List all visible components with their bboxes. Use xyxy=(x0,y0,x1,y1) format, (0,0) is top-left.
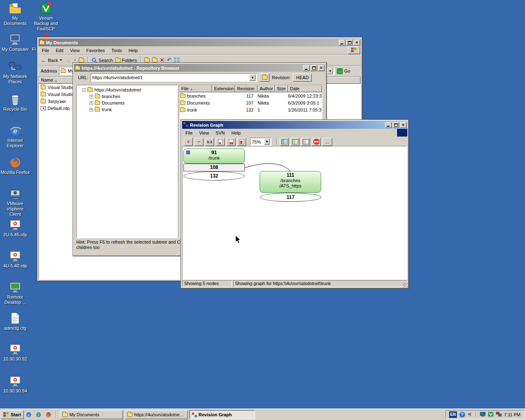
expand-icon[interactable]: + xyxy=(89,101,93,105)
menu-help[interactable]: Help xyxy=(125,47,141,54)
graph-node-111[interactable]: 111 /branches /ATS_https xyxy=(260,171,321,193)
desktop-icon-4u-rdp[interactable]: 4U-5.40.rdp xyxy=(0,249,30,269)
table-row[interactable]: trunk 132 1 1/26/2011 7:05:3 xyxy=(179,106,322,113)
desktop-icon-admcfg[interactable]: admcfg.cfg xyxy=(0,312,30,331)
maximize-button[interactable] xyxy=(393,122,399,128)
zoom-in-button[interactable]: + xyxy=(184,138,193,146)
url-dropdown-button[interactable]: ▼ xyxy=(249,74,256,81)
desktop-icon-10-90-90-94[interactable]: 10.90.90.94 xyxy=(0,374,30,394)
taskbar-task-revision-graph[interactable]: Revision Graph xyxy=(189,410,255,419)
compare-heads-button[interactable] xyxy=(290,138,299,146)
fit-page-button[interactable] xyxy=(216,138,225,146)
column-header-author[interactable]: Author xyxy=(258,85,275,92)
desktop-icon-my-documents[interactable]: My Documents xyxy=(0,2,30,26)
menu-favorites[interactable]: Favorites xyxy=(83,47,108,54)
desktop-icon-my-network-places[interactable]: My Network Places xyxy=(0,60,30,84)
menu-edit[interactable]: Edit xyxy=(52,47,67,54)
desktop-icon-internet-explorer[interactable]: e Internet Explorer xyxy=(0,124,30,148)
expand-icon[interactable]: + xyxy=(89,108,93,112)
vmware-tray-icon[interactable] xyxy=(488,412,493,418)
menu-file[interactable]: File xyxy=(182,129,196,137)
menu-view[interactable]: View xyxy=(67,47,83,54)
column-header-size[interactable]: Size xyxy=(275,85,288,92)
column-header-revision[interactable]: Revision xyxy=(235,85,258,92)
help-tray-icon[interactable]: ? xyxy=(459,412,465,418)
desktop-icon-my-computer[interactable]: My Computer xyxy=(0,33,30,52)
back-button[interactable]: ←Back▼ xyxy=(41,57,62,64)
tree-item-trunk[interactable]: + trunk xyxy=(77,106,177,113)
graph-node-91[interactable]: 91 /trunk xyxy=(183,148,245,164)
folders-button[interactable]: Folders xyxy=(115,58,137,63)
column-header-date[interactable]: Date xyxy=(288,85,322,92)
revision-graph-canvas[interactable]: 91 /trunk 108 132 111 /branches /ATS_htt… xyxy=(182,146,407,280)
tree-root[interactable]: − https://4u/svn/atsdotnet xyxy=(77,87,177,93)
maximize-button[interactable] xyxy=(310,65,317,71)
zoom-out-button[interactable]: − xyxy=(194,138,203,146)
network-tray-icon[interactable] xyxy=(496,412,502,418)
quicklaunch-globe-icon[interactable] xyxy=(35,411,42,419)
go-button[interactable]: → Go xyxy=(337,68,350,74)
tree-item-documents[interactable]: + Documents xyxy=(77,100,177,106)
resize-grip[interactable] xyxy=(403,283,408,288)
table-row[interactable]: Documents 107 Nikita 6/3/2009 3:05:1 xyxy=(179,99,322,106)
compare-revisions-button[interactable] xyxy=(280,138,289,146)
revision-head-button[interactable]: HEAD xyxy=(293,73,312,82)
fit-height-button[interactable] xyxy=(237,138,246,146)
graph-node-108[interactable]: 108 xyxy=(183,164,245,171)
minimize-button[interactable] xyxy=(385,122,392,128)
unified-diff-button[interactable] xyxy=(301,138,310,146)
menu-tools[interactable]: Tools xyxy=(108,47,126,54)
address-dropdown-button[interactable]: ▼ xyxy=(327,68,333,74)
actual-size-button[interactable]: 1:1 xyxy=(205,138,214,146)
repo-browser-titlebar[interactable]: https://4u/svn/atsdotnet - Repository Br… xyxy=(74,64,325,72)
forward-button[interactable]: → xyxy=(65,57,71,64)
desktop-icon-recycle-bin[interactable]: Recycle Bin xyxy=(0,93,30,112)
fit-width-button[interactable] xyxy=(226,138,235,146)
close-button[interactable]: × xyxy=(354,40,360,46)
expand-icon[interactable]: + xyxy=(89,95,93,98)
start-button[interactable]: Start xyxy=(1,410,24,419)
close-button[interactable]: × xyxy=(318,65,324,71)
column-header-file[interactable]: File ▲ xyxy=(179,85,212,92)
revision-graph-titlebar[interactable]: Revision Graph × xyxy=(182,121,407,129)
close-button[interactable]: × xyxy=(400,122,406,128)
back-label: Back xyxy=(48,58,58,63)
taskbar-task-repo-browser[interactable]: https://4u/svn/atsdotne... xyxy=(125,410,188,419)
desktop-icon-mozilla-firefox[interactable]: Mozilla Firefox xyxy=(0,156,30,175)
tree-item-branches[interactable]: + branches xyxy=(77,93,177,100)
taskbar-clock[interactable]: 7:11 PM xyxy=(504,412,520,417)
move-to-icon[interactable] xyxy=(144,58,150,62)
up-icon[interactable] xyxy=(79,58,84,62)
menu-view[interactable]: View xyxy=(196,129,212,137)
menu-help[interactable]: Help xyxy=(228,129,244,137)
url-combo[interactable]: https://4u/svn/atsdotnet/1 ▼ xyxy=(91,73,257,82)
language-indicator[interactable]: EN xyxy=(449,411,457,418)
zoom-dropdown-button[interactable]: ▼ xyxy=(264,139,270,145)
desktop-icon-veeam[interactable]: Veeam Backup and FastSCP xyxy=(31,2,61,32)
desktop-icon-remote-desktop[interactable]: Remote Desktop ... xyxy=(0,281,30,305)
table-row[interactable]: branches 117 Nikita 6/4/2009 12:23:3 xyxy=(179,92,322,99)
taskbar-task-my-documents[interactable]: My Documents xyxy=(60,410,123,419)
menu-file[interactable]: File xyxy=(39,47,52,54)
graph-node-132[interactable]: 132 xyxy=(184,171,244,180)
graph-node-117[interactable]: 117 xyxy=(260,193,321,202)
zoom-combo[interactable]: 75% ▼ xyxy=(250,138,272,146)
quicklaunch-firefox-icon[interactable] xyxy=(45,411,52,419)
my-documents-titlebar[interactable]: My Documents × xyxy=(39,39,361,46)
desktop-icon-vmware-vsphere[interactable]: VMware vSphere Client xyxy=(0,187,30,217)
desktop-icon-2u-rdp[interactable]: 2U-5.45.rdp xyxy=(0,218,30,237)
copy-to-icon[interactable] xyxy=(152,58,158,62)
minimize-button[interactable] xyxy=(303,65,310,71)
minimize-button[interactable] xyxy=(339,40,345,46)
menu-svn[interactable]: SVN xyxy=(212,129,228,137)
filter-button[interactable] xyxy=(312,138,321,146)
display-tray-icon[interactable] xyxy=(480,412,486,418)
maximize-button[interactable] xyxy=(346,40,353,46)
column-header-extension[interactable]: Extension xyxy=(212,85,235,92)
volume-tray-icon[interactable] xyxy=(468,412,472,418)
toolbar-overflow-button[interactable]: ... xyxy=(322,138,332,146)
collapse-icon[interactable]: − xyxy=(82,88,86,92)
desktop-icon-10-90-90-92[interactable]: 10.90.90.92 xyxy=(0,342,30,362)
browse-button[interactable] xyxy=(260,73,269,82)
quicklaunch-ie-icon[interactable]: e xyxy=(25,411,32,419)
